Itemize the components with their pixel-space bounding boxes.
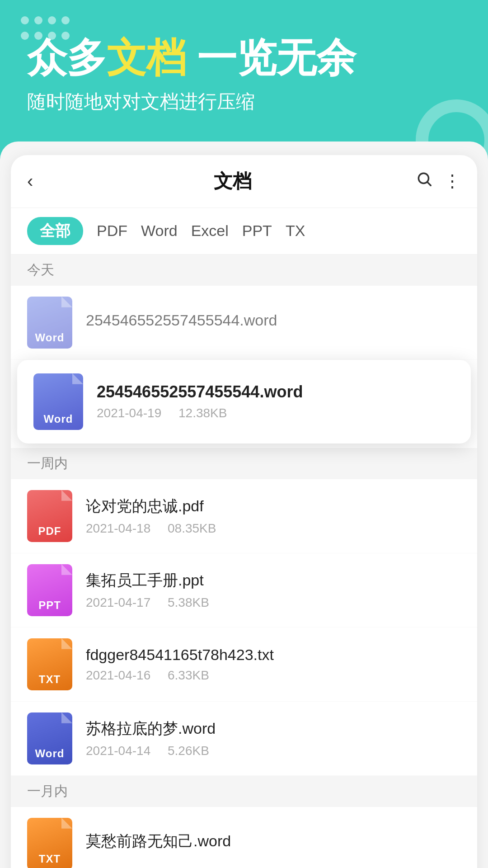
filter-tab-pdf[interactable]: PDF (97, 218, 127, 243)
hero-title-part1: 众多 (27, 35, 107, 80)
file-size-pdf: 08.35KB (168, 521, 216, 535)
file-details-word3: 莫愁前路无知己.word (86, 831, 461, 856)
filter-tab-excel[interactable]: Excel (191, 218, 229, 243)
floating-file-size: 12.38KB (178, 406, 227, 420)
file-details-ppt: 集拓员工手册.ppt 2021-04-17 5.38KB (86, 570, 461, 610)
file-name-ppt: 集拓员工手册.ppt (86, 570, 461, 591)
file-icon-word2: Word (27, 712, 72, 764)
file-details-txt: fdgger84541165t78h423.txt 2021-04-16 6.3… (86, 646, 461, 683)
file-icon-word: Word (27, 297, 72, 349)
svg-line-1 (427, 182, 431, 185)
floating-file-card[interactable]: Word 254546552557455544.word 2021-04-19 … (17, 360, 471, 443)
filter-tab-all[interactable]: 全部 (27, 217, 83, 245)
floating-file-details: 254546552557455544.word 2021-04-19 12.38… (97, 382, 455, 420)
file-details: 254546552557455544.word (86, 311, 461, 334)
file-name-word3: 莫愁前路无知己.word (86, 831, 461, 852)
file-item-word2[interactable]: Word 苏格拉底的梦.word 2021-04-14 5.26KB (11, 702, 477, 776)
file-size-txt: 6.33KB (168, 668, 209, 682)
file-size-word2: 5.26KB (168, 744, 209, 758)
file-item-word3[interactable]: TXT 莫愁前路无知己.word (11, 807, 477, 868)
hero-title-part2: 一览无余 (197, 35, 356, 80)
section-header-week: 一周内 (11, 448, 477, 479)
file-icon-ppt: PPT (27, 564, 72, 616)
more-button[interactable]: ⋮ (444, 171, 461, 191)
filter-tab-ppt[interactable]: PPT (242, 218, 272, 243)
file-date-word2: 2021-04-14 (86, 744, 150, 758)
file-list-week: PDF 论对党的忠诚.pdf 2021-04-18 08.35KB PPT (11, 479, 477, 776)
file-name-pdf: 论对党的忠诚.pdf (86, 496, 461, 517)
file-name: 254546552557455544.word (86, 311, 461, 329)
file-date-ppt: 2021-04-17 (86, 595, 150, 609)
file-meta-ppt: 2021-04-17 5.38KB (86, 595, 461, 610)
floating-file-date: 2021-04-19 (97, 406, 161, 420)
hero-section: 众多文档 一览无余 随时随地对对文档进行压缩 (0, 0, 488, 132)
hero-title: 众多文档 一览无余 (27, 36, 461, 80)
file-list-month: TXT 莫愁前路无知己.word (11, 807, 477, 868)
file-icon-pdf: PDF (27, 490, 72, 542)
hero-subtitle: 随时随地对对文档进行压缩 (27, 89, 461, 114)
hero-title-highlight: 文档 (107, 35, 186, 80)
file-icon-txt: TXT (27, 638, 72, 690)
nav-bar: ‹ 文档 ⋮ (11, 155, 477, 208)
file-list-today: Word 254546552557455544.word (11, 286, 477, 360)
file-meta-txt: 2021-04-16 6.33KB (86, 668, 461, 683)
nav-title: 文档 (50, 169, 416, 194)
file-item-today-bg[interactable]: Word 254546552557455544.word (11, 286, 477, 360)
search-button[interactable] (416, 170, 433, 192)
app-panel: ‹ 文档 ⋮ 全部 PDF Word Excel PPT TX 今天 (11, 155, 477, 868)
section-header-month: 一月内 (11, 776, 477, 807)
floating-file-meta: 2021-04-19 12.38KB (97, 406, 455, 420)
file-item-txt[interactable]: TXT fdgger84541165t78h423.txt 2021-04-16… (11, 627, 477, 702)
nav-actions: ⋮ (416, 170, 461, 192)
file-date-pdf: 2021-04-18 (86, 521, 150, 535)
file-details-pdf: 论对党的忠诚.pdf 2021-04-18 08.35KB (86, 496, 461, 536)
file-item-pdf[interactable]: PDF 论对党的忠诚.pdf 2021-04-18 08.35KB (11, 479, 477, 553)
file-details-word2: 苏格拉底的梦.word 2021-04-14 5.26KB (86, 718, 461, 758)
main-card: ‹ 文档 ⋮ 全部 PDF Word Excel PPT TX 今天 (0, 142, 488, 868)
floating-file-icon: Word (33, 373, 83, 430)
file-meta-pdf: 2021-04-18 08.35KB (86, 521, 461, 536)
file-name-txt: fdgger84541165t78h423.txt (86, 646, 461, 664)
filter-tabs: 全部 PDF Word Excel PPT TX (11, 208, 477, 255)
file-meta-word2: 2021-04-14 5.26KB (86, 744, 461, 758)
floating-file-name: 254546552557455544.word (97, 382, 455, 401)
file-name-word2: 苏格拉底的梦.word (86, 718, 461, 739)
file-date-txt: 2021-04-16 (86, 668, 150, 682)
section-header-today: 今天 (11, 255, 477, 286)
file-item-ppt[interactable]: PPT 集拓员工手册.ppt 2021-04-17 5.38KB (11, 553, 477, 627)
filter-tab-txt[interactable]: TX (286, 218, 305, 243)
file-size-ppt: 5.38KB (168, 595, 209, 609)
back-button[interactable]: ‹ (27, 171, 50, 191)
file-icon-word3: TXT (27, 818, 72, 868)
filter-tab-word[interactable]: Word (141, 218, 178, 243)
